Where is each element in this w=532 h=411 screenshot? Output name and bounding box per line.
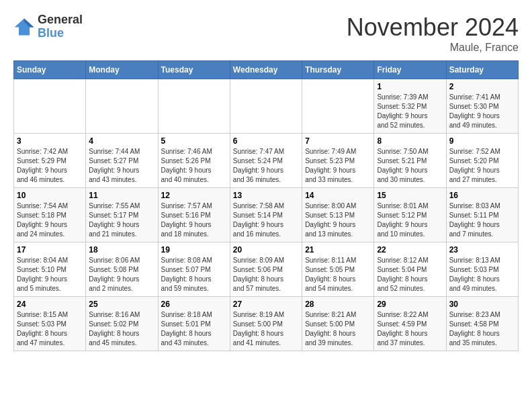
- day-info: Sunrise: 8:08 AM Sunset: 5:07 PM Dayligh…: [161, 256, 227, 293]
- day-info: Sunrise: 7:41 AM Sunset: 5:30 PM Dayligh…: [449, 93, 515, 130]
- day-number: 30: [449, 300, 515, 309]
- week-row-1: 1Sunrise: 7:39 AM Sunset: 5:32 PM Daylig…: [14, 79, 519, 134]
- col-header-friday: Friday: [374, 61, 446, 79]
- day-number: 18: [89, 245, 154, 255]
- day-cell: 15Sunrise: 8:01 AM Sunset: 5:12 PM Dayli…: [374, 188, 446, 242]
- day-info: Sunrise: 8:16 AM Sunset: 5:02 PM Dayligh…: [89, 310, 154, 348]
- day-cell: 30Sunrise: 8:23 AM Sunset: 4:58 PM Dayli…: [446, 297, 518, 351]
- day-number: 11: [89, 191, 154, 200]
- day-cell: [14, 79, 86, 134]
- day-cell: [302, 79, 374, 134]
- day-info: Sunrise: 8:19 AM Sunset: 5:00 PM Dayligh…: [233, 310, 299, 348]
- location: Maule, France: [347, 42, 519, 54]
- day-cell: 26Sunrise: 8:18 AM Sunset: 5:01 PM Dayli…: [158, 297, 230, 351]
- header-row: SundayMondayTuesdayWednesdayThursdayFrid…: [14, 61, 519, 79]
- day-cell: 17Sunrise: 8:04 AM Sunset: 5:10 PM Dayli…: [14, 242, 86, 297]
- day-info: Sunrise: 7:44 AM Sunset: 5:27 PM Dayligh…: [89, 147, 154, 185]
- day-cell: 21Sunrise: 8:11 AM Sunset: 5:05 PM Dayli…: [302, 242, 374, 297]
- day-cell: 16Sunrise: 8:03 AM Sunset: 5:11 PM Dayli…: [446, 188, 518, 242]
- day-info: Sunrise: 8:15 AM Sunset: 5:03 PM Dayligh…: [17, 310, 83, 348]
- day-cell: 27Sunrise: 8:19 AM Sunset: 5:00 PM Dayli…: [230, 297, 302, 351]
- day-number: 9: [449, 136, 515, 146]
- day-cell: 1Sunrise: 7:39 AM Sunset: 5:32 PM Daylig…: [374, 79, 446, 134]
- day-cell: 6Sunrise: 7:47 AM Sunset: 5:24 PM Daylig…: [230, 134, 302, 188]
- col-header-wednesday: Wednesday: [230, 61, 302, 79]
- day-cell: 8Sunrise: 7:50 AM Sunset: 5:21 PM Daylig…: [374, 134, 446, 188]
- day-cell: 20Sunrise: 8:09 AM Sunset: 5:06 PM Dayli…: [230, 242, 302, 297]
- day-number: 3: [17, 136, 83, 146]
- day-cell: 18Sunrise: 8:06 AM Sunset: 5:08 PM Dayli…: [86, 242, 158, 297]
- day-cell: 12Sunrise: 7:57 AM Sunset: 5:16 PM Dayli…: [158, 188, 230, 242]
- day-number: 12: [161, 191, 227, 200]
- day-info: Sunrise: 7:54 AM Sunset: 5:18 PM Dayligh…: [17, 201, 83, 239]
- col-header-monday: Monday: [86, 61, 158, 79]
- day-cell: 7Sunrise: 7:49 AM Sunset: 5:23 PM Daylig…: [302, 134, 374, 188]
- day-info: Sunrise: 8:12 AM Sunset: 5:04 PM Dayligh…: [377, 256, 443, 293]
- day-cell: 29Sunrise: 8:22 AM Sunset: 4:59 PM Dayli…: [374, 297, 446, 351]
- day-info: Sunrise: 8:22 AM Sunset: 4:59 PM Dayligh…: [377, 310, 443, 348]
- day-number: 24: [17, 300, 83, 309]
- day-number: 14: [305, 191, 371, 200]
- day-info: Sunrise: 8:04 AM Sunset: 5:10 PM Dayligh…: [17, 256, 83, 293]
- day-number: 2: [449, 82, 515, 91]
- logo-icon: [13, 17, 35, 36]
- day-number: 21: [305, 245, 371, 255]
- logo-line2: Blue: [38, 27, 83, 40]
- day-number: 4: [89, 136, 154, 146]
- day-info: Sunrise: 8:06 AM Sunset: 5:08 PM Dayligh…: [89, 256, 154, 293]
- col-header-thursday: Thursday: [302, 61, 374, 79]
- day-number: 6: [233, 136, 299, 146]
- day-number: 19: [161, 245, 227, 255]
- col-header-sunday: Sunday: [14, 61, 86, 79]
- day-cell: 4Sunrise: 7:44 AM Sunset: 5:27 PM Daylig…: [86, 134, 158, 188]
- logo-line1: General: [38, 13, 83, 27]
- day-info: Sunrise: 8:00 AM Sunset: 5:13 PM Dayligh…: [305, 201, 371, 239]
- day-cell: 23Sunrise: 8:13 AM Sunset: 5:03 PM Dayli…: [446, 242, 518, 297]
- day-info: Sunrise: 8:23 AM Sunset: 4:58 PM Dayligh…: [449, 310, 515, 348]
- day-cell: 11Sunrise: 7:55 AM Sunset: 5:17 PM Dayli…: [86, 188, 158, 242]
- day-info: Sunrise: 7:42 AM Sunset: 5:29 PM Dayligh…: [17, 147, 83, 185]
- day-number: 26: [161, 300, 227, 309]
- day-number: 8: [377, 136, 443, 146]
- day-info: Sunrise: 8:21 AM Sunset: 5:00 PM Dayligh…: [305, 310, 371, 348]
- day-cell: 2Sunrise: 7:41 AM Sunset: 5:30 PM Daylig…: [446, 79, 518, 134]
- day-info: Sunrise: 8:13 AM Sunset: 5:03 PM Dayligh…: [449, 256, 515, 293]
- day-cell: [86, 79, 158, 134]
- week-row-2: 3Sunrise: 7:42 AM Sunset: 5:29 PM Daylig…: [14, 134, 519, 188]
- day-number: 22: [377, 245, 443, 255]
- day-cell: 25Sunrise: 8:16 AM Sunset: 5:02 PM Dayli…: [86, 297, 158, 351]
- col-header-tuesday: Tuesday: [158, 61, 230, 79]
- day-number: 5: [161, 136, 227, 146]
- day-info: Sunrise: 7:52 AM Sunset: 5:20 PM Dayligh…: [449, 147, 515, 185]
- calendar-body: 1Sunrise: 7:39 AM Sunset: 5:32 PM Daylig…: [14, 79, 519, 351]
- day-info: Sunrise: 8:09 AM Sunset: 5:06 PM Dayligh…: [233, 256, 299, 293]
- day-info: Sunrise: 7:58 AM Sunset: 5:14 PM Dayligh…: [233, 201, 299, 239]
- day-cell: 28Sunrise: 8:21 AM Sunset: 5:00 PM Dayli…: [302, 297, 374, 351]
- day-info: Sunrise: 8:18 AM Sunset: 5:01 PM Dayligh…: [161, 310, 227, 348]
- logo: General Blue: [13, 13, 83, 40]
- day-info: Sunrise: 7:47 AM Sunset: 5:24 PM Dayligh…: [233, 147, 299, 185]
- day-number: 1: [377, 82, 443, 91]
- page-header: General Blue November 2024 Maule, France: [13, 13, 519, 54]
- day-cell: [158, 79, 230, 134]
- day-cell: 3Sunrise: 7:42 AM Sunset: 5:29 PM Daylig…: [14, 134, 86, 188]
- day-number: 15: [377, 191, 443, 200]
- day-cell: 14Sunrise: 8:00 AM Sunset: 5:13 PM Dayli…: [302, 188, 374, 242]
- week-row-5: 24Sunrise: 8:15 AM Sunset: 5:03 PM Dayli…: [14, 297, 519, 351]
- day-number: 13: [233, 191, 299, 200]
- calendar-table: SundayMondayTuesdayWednesdayThursdayFrid…: [13, 60, 519, 351]
- day-number: 10: [17, 191, 83, 200]
- day-info: Sunrise: 7:50 AM Sunset: 5:21 PM Dayligh…: [377, 147, 443, 185]
- day-number: 25: [89, 300, 154, 309]
- day-info: Sunrise: 7:57 AM Sunset: 5:16 PM Dayligh…: [161, 201, 227, 239]
- calendar-header: SundayMondayTuesdayWednesdayThursdayFrid…: [14, 61, 519, 79]
- day-cell: [230, 79, 302, 134]
- day-info: Sunrise: 7:46 AM Sunset: 5:26 PM Dayligh…: [161, 147, 227, 185]
- day-cell: 5Sunrise: 7:46 AM Sunset: 5:26 PM Daylig…: [158, 134, 230, 188]
- day-info: Sunrise: 8:01 AM Sunset: 5:12 PM Dayligh…: [377, 201, 443, 239]
- day-cell: 13Sunrise: 7:58 AM Sunset: 5:14 PM Dayli…: [230, 188, 302, 242]
- day-number: 28: [305, 300, 371, 309]
- day-number: 17: [17, 245, 83, 255]
- day-number: 23: [449, 245, 515, 255]
- day-info: Sunrise: 8:11 AM Sunset: 5:05 PM Dayligh…: [305, 256, 371, 293]
